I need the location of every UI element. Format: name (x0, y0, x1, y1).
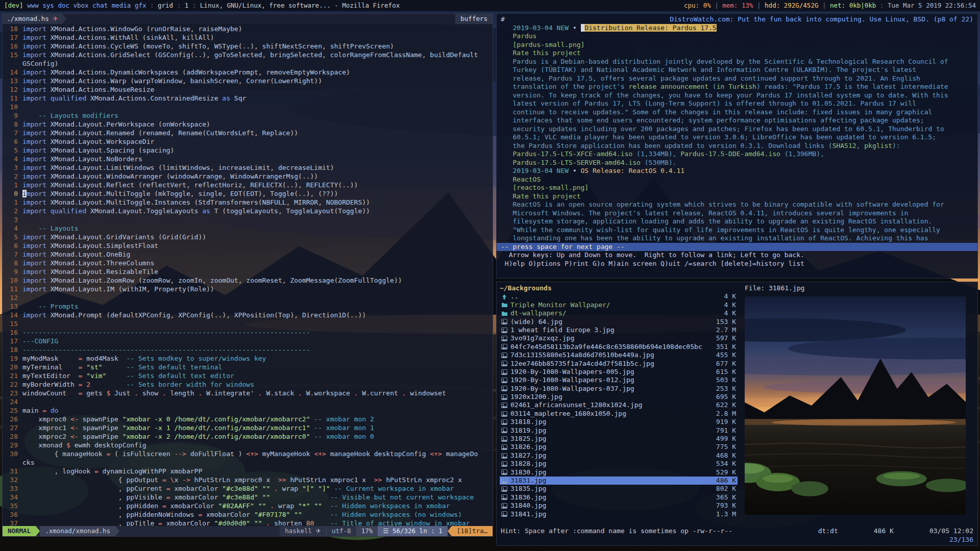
link[interactable]: Pardus (501, 32, 536, 40)
link[interactable]: SHA512 (832, 142, 856, 149)
file-row[interactable]: 31819.jpg791 K (500, 427, 738, 435)
separator: | (753, 0, 765, 11)
file-row[interactable]: 12ee746bb85735f1a7a4cd4d7f581b5c.jpg677 … (500, 360, 738, 368)
file-size: 802 K (708, 485, 736, 493)
file-list-pane[interactable]: ~/Backgrounds ..4 KTriple Monitor Wallpa… (500, 284, 738, 525)
code-line: 26 xmproc0 <- spawnPipe "xmobar -x 0 /ho… (4, 415, 493, 423)
buffers-label: buffers (455, 14, 493, 24)
image-file-icon (501, 411, 510, 417)
clock: Tue Mar 5 2019 22:56:54 (888, 0, 976, 11)
file-row[interactable]: 31831.jpg486 K (500, 477, 738, 485)
file-row[interactable]: 31840.jpg793 K (500, 502, 738, 510)
file-row[interactable]: 1920-By-1080-Wallpapers-012.jpg503 K (500, 376, 738, 384)
file-name: 04fc7e45d58113b2a9fe446c8c6358860b694e10… (510, 343, 708, 351)
file-date: 03/05 12:02 (929, 527, 973, 535)
file-row[interactable]: 31818.jpg919 K (500, 418, 738, 426)
help-line: Arrow keys: Up and Down to move. Right t… (501, 251, 973, 260)
vim-status-filename: .xmonad/xmonad.hs (40, 526, 115, 536)
file-row[interactable]: 1920x1200.jpg695 K (500, 393, 738, 401)
folder-icon (501, 302, 510, 308)
vim-tab-xmonad-hs[interactable]: ./xmonad.hs ✈ (3, 14, 62, 24)
code-line: 24 (4, 397, 493, 406)
file-row[interactable]: 31828.jpg534 K (500, 460, 738, 468)
file-row[interactable]: 1 wheat field Europe 3.jpg2.7 M (500, 326, 738, 334)
file-row[interactable]: 31825.jpg499 K (500, 435, 738, 443)
code-line: 6import XMonad.Layout.SimplestFloat (4, 241, 493, 250)
browser-text-line: Microsoft Windows. The project's latest … (501, 209, 973, 218)
link[interactable]: ReactOS (501, 176, 541, 183)
vim-mode-indicator: NORMAL (3, 526, 36, 536)
link[interactable]: Pardus-17.5-LTS-SERVER-amd64.iso (501, 159, 641, 166)
file-manager-window[interactable]: ~/Backgrounds ..4 KTriple Monitor Wallpa… (496, 282, 978, 546)
file-row[interactable]: 31841.jpg1.3 M (500, 510, 738, 518)
link[interactable]: [pardus-small.png] (501, 41, 584, 48)
file-row[interactable]: 02461_africansunset_1280x1024.jpg622 K (500, 401, 738, 409)
file-row[interactable]: 31835.jpg802 K (500, 485, 738, 493)
image-file-icon (501, 353, 510, 358)
file-list[interactable]: ..4 KTriple Monitor Wallpaper/4 Kdt-wall… (500, 292, 738, 518)
file-row[interactable]: 1920-By-1080-Wallpapers-037.jpg253 K (500, 385, 738, 393)
list-position: 23/136 (949, 536, 973, 544)
file-row[interactable]: (wide) 64.jpg153 K (500, 318, 738, 326)
file-row[interactable]: 1920-By-1080-Wallpapers-005.jpg615 K (500, 368, 738, 376)
vim-buffer[interactable]: 18import XMonad.Actions.WindowGo (runOrR… (3, 24, 493, 528)
vim-window[interactable]: ./xmonad.hs ✈ buffers 18import XMonad.Ac… (2, 13, 493, 537)
code-line: 7import XMonad.Layout.OneBig (4, 250, 493, 259)
file-name: 12ee746bb85735f1a7a4cd4d7f581b5c.jpg (510, 360, 708, 368)
file-name: 02461_africansunset_1280x1024.jpg (510, 401, 708, 409)
file-row[interactable]: 31826.jpg775 K (500, 443, 738, 451)
code-line: 16import XMonad.Actions.CycleWS (moveTo,… (4, 42, 493, 51)
file-row[interactable]: ..4 K (500, 292, 738, 300)
link[interactable]: Distribution Release: Pardus 17.5 (584, 24, 716, 32)
browser-window[interactable]: # DistroWatch.com: Put the fun back into… (496, 13, 978, 279)
file-name: 31827.jpg (510, 452, 708, 460)
powerline-separator-icon (36, 526, 40, 536)
file-size: 775 K (708, 443, 736, 451)
workspace-list[interactable]: www sys doc vbox chat media gfx (27, 0, 146, 11)
pager-bar[interactable]: -- press space for next page -- (497, 243, 977, 252)
filetype-indicator: haskell ✈ (280, 526, 326, 536)
code-line: 10 (4, 103, 493, 111)
line-number: 22 (4, 380, 22, 389)
net-stat: net: 0kb|0kb (830, 0, 876, 11)
separator: | (818, 0, 830, 11)
powerline-separator-icon (62, 14, 66, 24)
file-row[interactable]: 31830.jpg529 K (500, 468, 738, 477)
code-line: 20myTerminal = "st" -- Sets default term… (4, 363, 493, 371)
file-row[interactable]: dt-wallpapers/4 K (500, 309, 738, 317)
file-name: (wide) 64.jpg (510, 318, 708, 326)
file-row[interactable]: 31836.jpg365 K (500, 493, 738, 502)
file-row[interactable]: 03114_mapletree_1680x1050.jpg2.8 M (500, 410, 738, 418)
code-line: 21myTextEditor = "vim" -- Sets default t… (4, 371, 493, 380)
code-line: 3 (4, 215, 493, 224)
file-name: 1920-By-1080-Wallpapers-037.jpg (510, 385, 708, 393)
file-row[interactable]: 3vo91g7azxqz.jpg597 K (500, 334, 738, 342)
workspace-current[interactable]: [dev] (4, 0, 23, 11)
image-file-icon (501, 336, 510, 341)
file-row[interactable]: 7d3c13155880e514a8d6d70510be449a.jpg455 … (500, 351, 738, 359)
file-row[interactable]: 31827.jpg468 K (500, 452, 738, 460)
line-number: 36 (4, 510, 22, 519)
code-line: 15 (4, 319, 493, 328)
browser-text-line: Rate this project (501, 49, 973, 58)
link[interactable]: in Turkish (717, 83, 756, 90)
code-line: 14import XMonad.Actions.DynamicWorkspace… (4, 68, 493, 77)
file-row[interactable]: Triple Monitor Wallpaper/4 K (500, 301, 738, 309)
link[interactable]: Rate this project (501, 49, 581, 57)
link[interactable]: [reactos-small.png] (501, 184, 589, 191)
file-row[interactable]: 04fc7e45d58113b2a9fe446c8c6358860b694e10… (500, 343, 738, 351)
link[interactable]: Pardus-17.5-LTS-XFCE-amd64.iso (501, 150, 632, 158)
link[interactable]: Rate this project (501, 192, 581, 200)
link[interactable]: release announcement (628, 83, 708, 90)
browser-text-line: 60.5.1; VLC media player has been update… (501, 133, 973, 142)
code-line: 1import XMonad.Layout.Reflect (reflectVe… (4, 181, 493, 189)
browser-text-line: [reactos-small.png] (501, 184, 973, 192)
airplane-icon: ✈ (316, 527, 321, 535)
layout-indicator[interactable]: grid (158, 0, 173, 11)
link[interactable]: pkglist (864, 142, 892, 149)
code-line: 14import XMonad.Prompt (defaultXPConfig,… (4, 311, 493, 319)
browser-text-line: security updates including over 200 pack… (501, 125, 973, 134)
line-number: 18 (4, 345, 22, 354)
link[interactable]: Pardus-17.5-DDE-amd64.iso (680, 150, 780, 158)
browser-text-line: release, Pardus 17.5, offers several pac… (501, 74, 973, 83)
